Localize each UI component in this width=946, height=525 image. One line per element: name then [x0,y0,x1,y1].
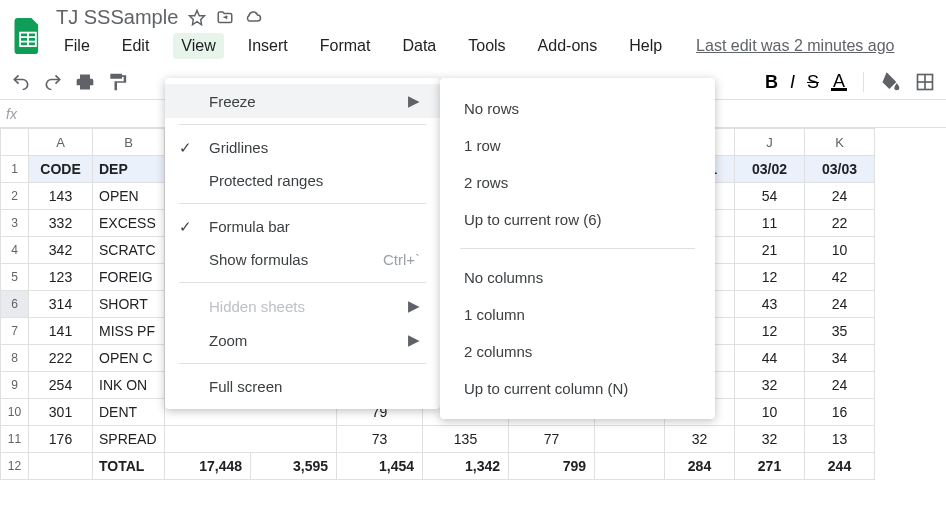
cell[interactable]: 254 [29,372,93,399]
cell[interactable]: 21 [735,237,805,264]
borders-icon[interactable] [914,71,936,93]
doc-title[interactable]: TJ SSSample [56,6,178,29]
cell[interactable]: 24 [805,291,875,318]
cell[interactable]: 73 [337,426,423,453]
freeze-no-rows[interactable]: No rows [440,90,715,127]
cell[interactable]: 12 [735,318,805,345]
menu-format[interactable]: Format [312,33,379,59]
cell[interactable]: 143 [29,183,93,210]
row-header[interactable]: 1 [1,156,29,183]
cell[interactable]: 34 [805,345,875,372]
cell[interactable]: 03/02 [735,156,805,183]
cell[interactable]: 332 [29,210,93,237]
print-icon[interactable] [74,71,96,93]
cell[interactable] [29,453,93,480]
freeze-1-row[interactable]: 1 row [440,127,715,164]
cell[interactable]: SPREAD [93,426,165,453]
cell[interactable]: 141 [29,318,93,345]
freeze-2-rows[interactable]: 2 rows [440,164,715,201]
sheets-logo-icon[interactable] [10,13,46,59]
cell[interactable]: 35 [805,318,875,345]
cell[interactable]: 342 [29,237,93,264]
cell[interactable]: 1,454 [337,453,423,480]
cell[interactable]: OPEN [93,183,165,210]
menu-item-protected-ranges[interactable]: Protected ranges [165,164,440,197]
cell[interactable]: 314 [29,291,93,318]
menu-item-freeze[interactable]: Freeze▶ [165,84,440,118]
cell[interactable]: 135 [423,426,509,453]
cell[interactable]: 123 [29,264,93,291]
cell[interactable]: DENT [93,399,165,426]
cell[interactable]: 176 [29,426,93,453]
row-header[interactable]: 3 [1,210,29,237]
row-header[interactable]: 7 [1,318,29,345]
cell[interactable]: SCRATC [93,237,165,264]
corner-cell[interactable] [1,129,29,156]
cell[interactable]: 1,342 [423,453,509,480]
row-header[interactable]: 5 [1,264,29,291]
menu-addons[interactable]: Add-ons [530,33,606,59]
cell[interactable]: 54 [735,183,805,210]
cell[interactable]: INK ON [93,372,165,399]
cloud-icon[interactable] [244,9,262,27]
bold-button[interactable]: B [765,72,778,93]
fill-color-icon[interactable] [880,71,902,93]
cell[interactable]: 24 [805,372,875,399]
cell[interactable]: 44 [735,345,805,372]
cell[interactable]: FOREIG [93,264,165,291]
cell[interactable]: CODE [29,156,93,183]
row-header[interactable]: 2 [1,183,29,210]
cell[interactable]: 11 [735,210,805,237]
cell[interactable]: 10 [805,237,875,264]
redo-icon[interactable] [42,71,64,93]
freeze-no-columns[interactable]: No columns [440,259,715,296]
menu-file[interactable]: File [56,33,98,59]
cell[interactable]: 32 [735,372,805,399]
row-header[interactable]: 4 [1,237,29,264]
menu-data[interactable]: Data [394,33,444,59]
cell[interactable]: EXCESS [93,210,165,237]
freeze-2-columns[interactable]: 2 columns [440,333,715,370]
paint-format-icon[interactable] [106,71,128,93]
cell[interactable]: 10 [735,399,805,426]
col-header[interactable]: K [805,129,875,156]
cell[interactable]: 13 [805,426,875,453]
cell[interactable]: 24 [805,183,875,210]
cell[interactable]: MISS PF [93,318,165,345]
italic-button[interactable]: I [790,72,795,93]
menu-item-show-formulas[interactable]: Show formulasCtrl+` [165,243,440,276]
move-icon[interactable] [216,9,234,27]
cell[interactable]: 284 [665,453,735,480]
cell[interactable]: 17,448 [165,453,251,480]
cell[interactable]: SHORT [93,291,165,318]
cell[interactable]: 32 [735,426,805,453]
menu-view[interactable]: View [173,33,223,59]
row-header[interactable]: 11 [1,426,29,453]
strikethrough-button[interactable]: S [807,72,819,93]
menu-insert[interactable]: Insert [240,33,296,59]
star-icon[interactable] [188,9,206,27]
col-header[interactable]: A [29,129,93,156]
col-header[interactable]: B [93,129,165,156]
cell[interactable] [595,426,665,453]
freeze-up-to-row[interactable]: Up to current row (6) [440,201,715,238]
cell[interactable]: 16 [805,399,875,426]
menu-tools[interactable]: Tools [460,33,513,59]
menu-help[interactable]: Help [621,33,670,59]
menu-item-formula-bar[interactable]: ✓Formula bar [165,210,440,243]
menu-item-gridlines[interactable]: ✓Gridlines [165,131,440,164]
row-header[interactable]: 8 [1,345,29,372]
cell[interactable]: 271 [735,453,805,480]
menu-edit[interactable]: Edit [114,33,158,59]
cell[interactable]: 42 [805,264,875,291]
cell[interactable]: 244 [805,453,875,480]
cell[interactable]: 301 [29,399,93,426]
cell[interactable]: 03/03 [805,156,875,183]
row-header[interactable]: 6 [1,291,29,318]
cell[interactable] [595,453,665,480]
row-header[interactable]: 9 [1,372,29,399]
cell[interactable]: 43 [735,291,805,318]
last-edit-link[interactable]: Last edit was 2 minutes ago [696,37,894,55]
col-header[interactable]: J [735,129,805,156]
cell[interactable]: 799 [509,453,595,480]
